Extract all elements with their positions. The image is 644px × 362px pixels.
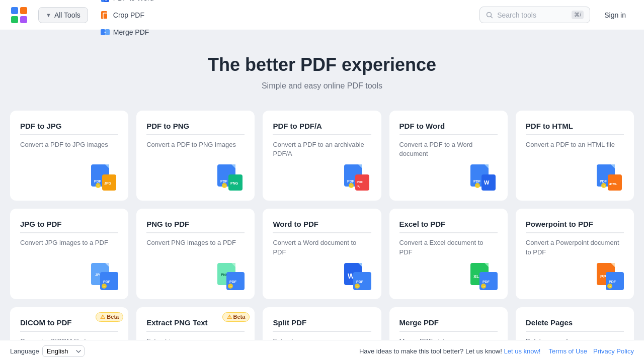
tool-card-divider	[20, 331, 118, 332]
svg-text:W: W	[484, 179, 490, 186]
svg-text:PDF: PDF	[609, 280, 616, 284]
tool-card-jpg-to-pdf[interactable]: JPG to PDF Convert JPG images to a PDF J…	[10, 209, 128, 299]
svg-rect-1	[20, 7, 27, 14]
tool-card-icon: JPGPDF→	[20, 262, 118, 290]
tool-card-description: Convert a PDF to JPG images	[20, 140, 118, 158]
tool-card-title: PNG to PDF	[146, 220, 245, 228]
tool-card-icon: PDFW→	[399, 163, 498, 192]
svg-text:→: →	[223, 184, 226, 188]
tools-grid: PDF to JPG Convert a PDF to JPG images P…	[10, 111, 634, 362]
tool-card-divider	[399, 134, 498, 135]
svg-text:PDF: PDF	[229, 280, 237, 284]
tool-card-title: Powerpoint to PDF	[526, 220, 624, 228]
svg-rect-2	[11, 16, 18, 23]
tool-card-icon: PDFPDF/A→	[273, 163, 371, 192]
nav-merge-pdf-label: Merge PDF	[113, 28, 149, 36]
nav-crop-pdf-label: Crop PDF	[113, 11, 144, 19]
tool-card-title: PDF to PNG	[146, 122, 245, 130]
logo[interactable]	[10, 6, 28, 24]
tool-card-divider	[399, 331, 498, 332]
tool-card-divider	[399, 232, 498, 233]
svg-text:PDF: PDF	[347, 179, 355, 183]
tool-card-icon: PDFPNG→	[146, 163, 245, 192]
svg-text:/A: /A	[357, 185, 360, 188]
sign-in-button[interactable]: Sign in	[596, 8, 634, 23]
tool-card-icon: PDFJPG→	[20, 163, 118, 192]
header: ▼ All Tools W PDF to Word Crop PDF Merge…	[0, 0, 644, 30]
search-box[interactable]: ⌘/	[479, 7, 590, 23]
tool-card-divider	[20, 134, 118, 135]
tool-card-description: Convert JPG images to a PDF	[20, 238, 118, 256]
tool-card-word-to-pdf[interactable]: Word to PDF Convert a Word document to P…	[263, 209, 381, 299]
tool-card-description: Convert a Word document to PDF	[273, 238, 371, 256]
svg-text:→: →	[229, 285, 232, 288]
tool-card-title: Excel to PDF	[399, 220, 498, 228]
svg-text:PDF: PDF	[357, 180, 363, 184]
beta-badge: ⚠Beta	[222, 312, 250, 322]
language-label: Language	[10, 347, 39, 355]
tool-card-icon: WPDF→	[273, 262, 371, 290]
footer-feedback-link[interactable]: Let us know!	[504, 347, 541, 355]
footer-feedback: Have ideas to make this tool better? Let…	[359, 347, 541, 355]
svg-text:PDF: PDF	[356, 280, 364, 284]
search-icon	[486, 12, 493, 19]
tool-card-pdf-to-html[interactable]: PDF to HTML Convert a PDF to an HTML fil…	[516, 111, 634, 201]
tool-card-png-to-pdf[interactable]: PNG to PDF Convert PNG images to a PDF P…	[136, 209, 255, 299]
tool-card-pdf-to-pdf/a[interactable]: PDF to PDF/A Convert a PDF to an archiva…	[263, 111, 381, 201]
tool-card-powerpoint-to-pdf[interactable]: Powerpoint to PDF Convert a Powerpoint d…	[516, 209, 634, 299]
tool-card-pdf-to-png[interactable]: PDF to PNG Convert a PDF to PNG images P…	[136, 111, 255, 201]
svg-text:→: →	[356, 285, 359, 288]
hero-title: The better PDF experience	[10, 54, 634, 75]
tool-card-title: PDF to PDF/A	[273, 122, 371, 130]
tool-card-pdf-to-word[interactable]: PDF to Word Convert a PDF to a Word docu…	[389, 111, 508, 201]
svg-text:→: →	[608, 285, 612, 288]
tool-card-excel-to-pdf[interactable]: Excel to PDF Convert a Excel document to…	[389, 209, 508, 299]
svg-text:→: →	[350, 184, 353, 188]
main-nav: W PDF to Word Crop PDF Merge PDF	[94, 0, 160, 41]
footer-links: Terms of Use Privacy Policy	[549, 347, 634, 355]
nav-crop-pdf[interactable]: Crop PDF	[94, 7, 160, 24]
svg-text:HTML: HTML	[609, 183, 617, 186]
tool-card-title: JPG to PDF	[20, 220, 118, 228]
nav-merge-pdf[interactable]: Merge PDF	[94, 24, 160, 41]
tool-card-divider	[526, 331, 624, 332]
svg-text:PDF: PDF	[220, 179, 228, 183]
tool-card-title: PDF to Word	[399, 122, 498, 130]
tool-card-divider	[273, 232, 371, 233]
tool-card-title: PDF to HTML	[526, 122, 624, 130]
svg-text:PDF: PDF	[600, 179, 607, 183]
all-tools-button[interactable]: ▼ All Tools	[38, 7, 88, 23]
tool-card-divider	[146, 232, 245, 233]
main-content: The better PDF experience Simple and eas…	[0, 30, 644, 362]
svg-text:PDF: PDF	[103, 280, 111, 284]
svg-text:JPG: JPG	[104, 182, 112, 185]
svg-text:→: →	[103, 285, 106, 288]
tool-card-title: PDF to JPG	[20, 122, 118, 130]
beta-badge: ⚠Beta	[96, 312, 123, 322]
tool-card-description: Convert a PDF to PNG images	[146, 140, 245, 158]
tool-card-icon: XLSPDF→	[399, 262, 498, 290]
tool-card-divider	[273, 134, 371, 135]
tool-card-title: Delete Pages	[526, 318, 624, 327]
tool-card-title: Merge PDF	[399, 318, 498, 327]
tool-card-description: Convert PNG images to a PDF	[146, 238, 245, 256]
tool-card-divider	[526, 134, 624, 135]
privacy-policy-link[interactable]: Privacy Policy	[593, 347, 634, 355]
nav-pdf-to-word-label: PDF to Word	[113, 0, 154, 2]
tool-card-description: Convert a Powerpoint document to PDF	[526, 238, 624, 256]
svg-text:→: →	[602, 184, 606, 188]
tool-card-title: Split PDF	[273, 318, 371, 327]
terms-of-use-link[interactable]: Terms of Use	[549, 347, 588, 355]
svg-rect-0	[11, 7, 18, 14]
svg-text:PNG: PNG	[230, 182, 238, 185]
search-input[interactable]	[497, 11, 568, 19]
tool-card-divider	[146, 331, 245, 332]
nav-pdf-to-word[interactable]: W PDF to Word	[94, 0, 160, 7]
tool-card-pdf-to-jpg[interactable]: PDF to JPG Convert a PDF to JPG images P…	[10, 111, 128, 201]
chevron-down-icon: ▼	[46, 12, 51, 18]
footer: Language English Español Français Deutsc…	[0, 340, 644, 362]
language-select[interactable]: English Español Français Deutsch	[42, 345, 85, 357]
tool-card-icon: PNGPDF→	[146, 262, 245, 290]
tool-card-description: Convert a PDF to a Word document	[399, 140, 498, 158]
tool-card-divider	[146, 134, 245, 135]
